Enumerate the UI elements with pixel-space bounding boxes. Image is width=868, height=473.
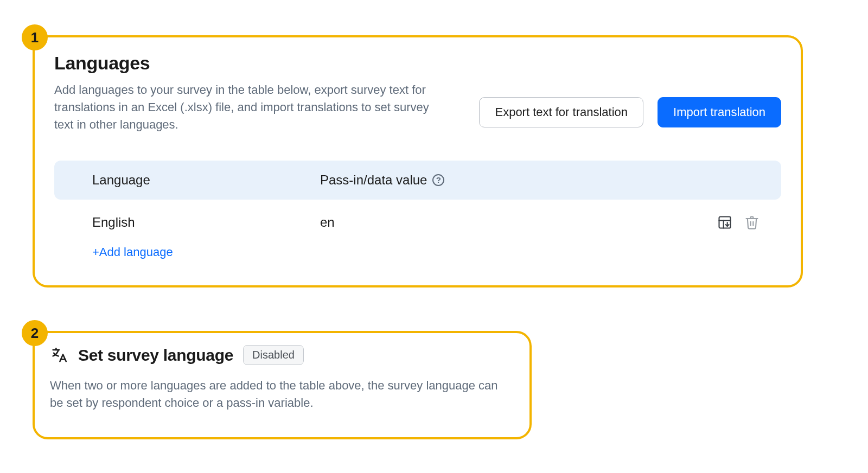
row-language-value: en [320, 215, 335, 230]
export-translation-button[interactable]: Export text for translation [479, 97, 643, 127]
row-language-name: English [92, 215, 320, 230]
translate-icon [50, 346, 68, 365]
add-language-row: +Add language [54, 241, 781, 259]
languages-header-row: Languages Add languages to your survey i… [54, 53, 781, 133]
add-language-link[interactable]: +Add language [92, 245, 173, 259]
survey-language-header: Set survey language Disabled [50, 345, 514, 365]
survey-language-title: Set survey language [78, 346, 233, 365]
column-header-language: Language [92, 172, 320, 188]
import-translation-button[interactable]: Import translation [658, 97, 781, 127]
annotation-badge-1: 1 [22, 24, 48, 50]
documentation-figure: 1 Languages Add languages to your survey… [11, 11, 819, 456]
languages-table: Language Pass-in/data value ? English en [54, 161, 781, 259]
delete-icon[interactable] [744, 215, 760, 230]
download-icon[interactable] [717, 215, 732, 230]
languages-table-header: Language Pass-in/data value ? [54, 161, 781, 200]
status-badge: Disabled [243, 345, 304, 365]
languages-title: Languages [54, 53, 450, 74]
column-header-value: Pass-in/data value [320, 172, 427, 188]
table-row: English en [54, 200, 781, 241]
languages-header-text: Languages Add languages to your survey i… [54, 53, 450, 133]
svg-rect-0 [719, 216, 731, 228]
languages-description: Add languages to your survey in the tabl… [54, 81, 450, 133]
annotation-badge-2: 2 [22, 320, 48, 346]
annotation-frame-2: 2 Set survey language Disabled When two … [33, 331, 532, 439]
annotation-frame-1: 1 Languages Add languages to your survey… [33, 35, 803, 287]
languages-actions: Export text for translation Import trans… [479, 97, 781, 127]
column-header-value-wrap: Pass-in/data value ? [320, 172, 444, 188]
row-actions [717, 215, 760, 230]
help-icon[interactable]: ? [432, 174, 444, 186]
survey-language-description: When two or more languages are added to … [50, 377, 514, 412]
